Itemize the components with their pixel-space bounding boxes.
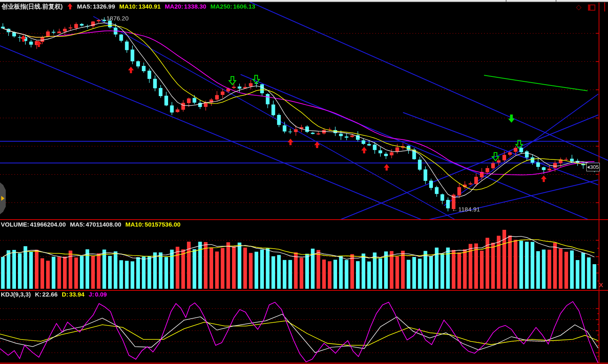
stock-chart-app: 创业板指(日线.前复权) MA5:1326.99 MA10:1340.91 MA… — [0, 0, 608, 364]
ma250-value: 1606.13 — [233, 3, 255, 10]
diamond-icon[interactable]: ◇ — [576, 4, 581, 11]
instrument-title: 创业板指(日线.前复权) — [2, 3, 63, 10]
top-scrollbar[interactable] — [0, 0, 608, 2]
ma10-label: MA10: — [119, 3, 137, 10]
price-pane-header: 创业板指(日线.前复权) MA5:1326.99 MA10:1340.91 MA… — [2, 3, 258, 11]
ma20-value: 1338.30 — [184, 3, 206, 10]
ma20-label: MA20: — [165, 3, 183, 10]
last-price-tag: 305 — [586, 163, 600, 171]
pane-x-button[interactable]: X — [599, 281, 603, 288]
left-pointer-icon: ← — [452, 206, 458, 213]
scrollbar-notch — [506, 0, 507, 2]
up-arrow-icon — [68, 3, 73, 9]
left-pointer-icon: ← — [100, 15, 106, 22]
split-window-pane — [589, 5, 590, 10]
vol-ma5-value: 47011408.00 — [86, 221, 122, 228]
volume-pane-header: VOLUME:41966204.00 MA5:47011408.00 MA10:… — [1, 221, 183, 228]
left-pointer-icon — [587, 166, 590, 169]
kdj-pane-header: KDJ(9,3,3) K:22.66 D:33.94 J:0.09 — [1, 291, 109, 298]
ma5-value: 1326.99 — [93, 3, 115, 10]
expand-right-icon — [1, 196, 5, 201]
vol-ma10-label: MA10: — [126, 221, 144, 228]
cursor-caret — [604, 2, 605, 11]
high-price-label: ←1876.20 — [100, 15, 128, 22]
scrollbar-notch — [556, 0, 556, 2]
volume-value: 41966204.00 — [30, 221, 66, 228]
vol-ma5-label: MA5: — [70, 221, 85, 228]
kdj-k-value: 22.66 — [42, 291, 58, 298]
kdj-d-value: 33.94 — [69, 291, 85, 298]
kdj-k-label: K: — [35, 291, 42, 298]
ma5-label: MA5: — [77, 3, 92, 10]
chart-canvas[interactable] — [0, 0, 608, 364]
ma10-value: 1340.91 — [138, 3, 160, 10]
split-window-icon[interactable] — [588, 4, 595, 11]
ma250-label: MA250: — [210, 3, 232, 10]
kdj-d-label: D: — [62, 291, 68, 298]
kdj-indicator-label: KDJ(9,3,3) — [1, 291, 31, 298]
vol-ma10-value: 50157536.00 — [145, 221, 181, 228]
kdj-j-label: J: — [89, 291, 94, 298]
kdj-j-value: 0.09 — [95, 291, 107, 298]
volume-label: VOLUME: — [1, 221, 29, 228]
low-price-label: ←1184.91 — [452, 206, 480, 213]
